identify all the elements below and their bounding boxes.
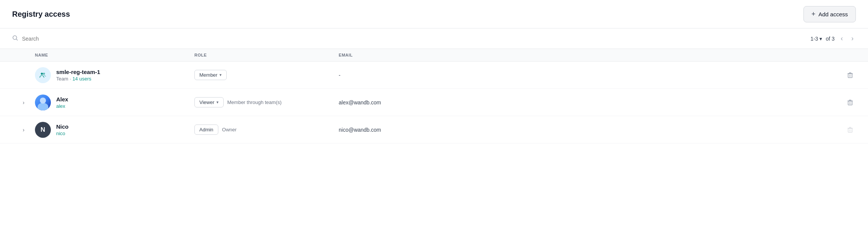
role-member-dropdown[interactable]: Member ▾ [194,70,227,80]
name-info-alex: Alex alex [56,96,68,109]
expand-button-alex[interactable]: › [12,98,35,107]
role-cell-team: Member ▾ [194,70,339,80]
name-info-team: smle-reg-team-1 Team · 14 users [56,69,100,82]
page-title: Registry access [12,10,70,19]
svg-point-1 [41,73,43,75]
col-header-role: ROLE [194,53,339,57]
nico-sub: nico [56,131,69,136]
alex-role-note: Member through team(s) [227,99,282,105]
expand-button-nico[interactable]: › [12,125,35,134]
svg-rect-8 [848,101,852,105]
name-cell-alex: Alex alex [35,95,194,110]
email-cell-alex: alex@wandb.com [339,99,833,106]
role-cell-alex: Viewer ▾ Member through team(s) [194,97,339,107]
name-cell-team: smle-reg-team-1 Team · 14 users [35,67,194,83]
avatar-alex [35,95,51,110]
svg-point-2 [43,73,45,75]
pagination-next-button[interactable]: › [849,34,856,43]
col-header-email: EMAIL [339,53,833,57]
nico-username-link[interactable]: nico [56,131,65,136]
toolbar: 1-3 ▾ of 3 ‹ › [0,28,868,49]
avatar-nico: N [35,122,51,138]
nico-role-note: Owner [222,127,237,132]
search-icon [12,35,18,43]
svg-rect-12 [848,128,852,132]
search-wrapper [12,35,810,43]
add-access-label: Add access [818,11,848,17]
page-header: Registry access + Add access [0,0,868,28]
table-row: smle-reg-team-1 Team · 14 users Member ▾… [0,61,868,89]
team-users-link[interactable]: 14 users [73,76,92,82]
table-row: › N Nico nico Admin Owner nico@wandb.com [0,116,868,143]
pagination-range-text: 1-3 [810,36,818,42]
role-member-label: Member [199,72,218,78]
nico-name: Nico [56,123,69,130]
viewer-chevron-icon: ▾ [216,100,219,105]
page-container: Registry access + Add access 1-3 ▾ of 3 … [0,0,868,227]
role-viewer-label: Viewer [199,99,215,105]
pagination-total: of 3 [826,36,835,42]
role-cell-nico: Admin Owner [194,125,339,135]
col-header-name: NAME [35,53,194,57]
name-info-nico: Nico nico [56,123,69,136]
delete-button-alex[interactable] [844,97,856,108]
role-chevron-icon: ▾ [219,73,222,77]
table-container: NAME ROLE EMAIL smle-reg-team-1 [0,49,868,143]
alex-sub: alex [56,103,68,109]
team-sub: Team · 14 users [56,76,100,82]
add-access-button[interactable]: + Add access [803,6,856,22]
delete-button-team[interactable] [844,69,856,81]
search-input[interactable] [22,36,136,42]
alex-name: Alex [56,96,68,102]
pagination-prev-button[interactable]: ‹ [838,34,845,43]
team-name: smle-reg-team-1 [56,69,100,75]
role-admin-badge: Admin [194,125,218,135]
email-cell-team: - [339,72,833,78]
email-cell-nico: nico@wandb.com [339,127,833,133]
svg-rect-4 [848,74,852,77]
pagination-controls: 1-3 ▾ of 3 ‹ › [810,34,856,43]
plus-icon: + [811,10,816,18]
alex-username-link[interactable]: alex [56,103,65,109]
pagination-range-dropdown[interactable]: 1-3 ▾ [810,36,822,42]
delete-button-nico [844,124,856,136]
name-cell-nico: N Nico nico [35,122,194,138]
table-header: NAME ROLE EMAIL [0,49,868,61]
pagination-chevron-icon: ▾ [819,36,822,42]
avatar-team [35,67,51,83]
role-viewer-dropdown[interactable]: Viewer ▾ [194,97,224,107]
table-row: › Alex alex Viewer ▾ Member through team… [0,89,868,116]
